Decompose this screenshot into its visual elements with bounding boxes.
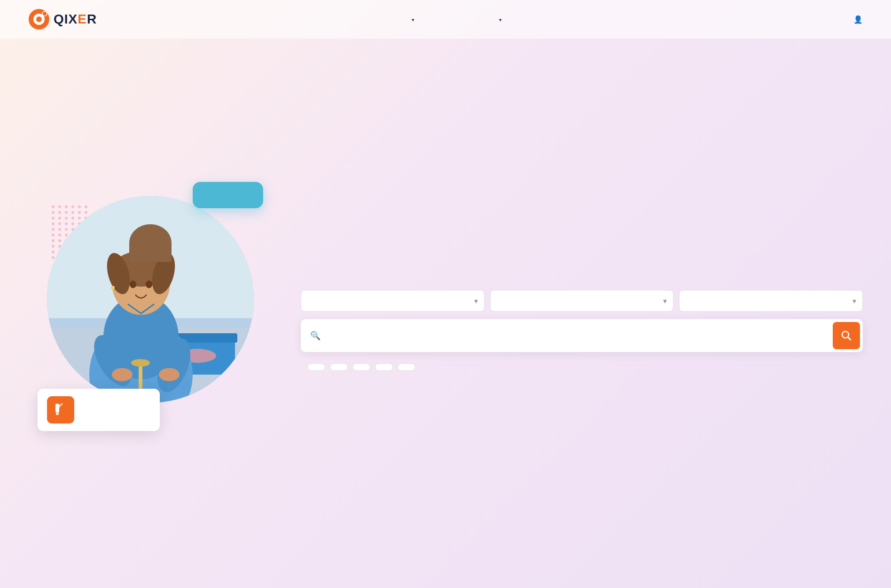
svg-point-21 xyxy=(111,286,115,290)
svg-point-3 xyxy=(42,11,47,16)
filter-row xyxy=(301,290,863,312)
tag-electronics[interactable] xyxy=(352,363,370,371)
nav-home[interactable] xyxy=(412,15,414,23)
hero-right: 🔍 xyxy=(273,246,863,371)
hero-section: const dotsContainer = document.querySele… xyxy=(0,39,891,588)
happy-clients-card xyxy=(193,182,263,208)
tag-home-move[interactable] xyxy=(375,363,393,371)
svg-point-23 xyxy=(159,368,180,381)
hero-photo xyxy=(47,196,254,403)
account-icon: 👤 xyxy=(853,15,863,24)
area-select-wrapper xyxy=(679,290,863,312)
hero-image-circle xyxy=(47,196,254,403)
nav-links xyxy=(412,15,536,24)
tag-painting[interactable] xyxy=(307,363,325,371)
nav-pages[interactable] xyxy=(499,15,502,23)
city-select[interactable] xyxy=(490,290,674,312)
service-icon-box xyxy=(47,396,74,423)
hero-left: const dotsContainer = document.querySele… xyxy=(28,168,273,450)
area-select[interactable] xyxy=(679,290,863,312)
svg-rect-27 xyxy=(56,412,59,415)
brush-icon xyxy=(54,403,68,417)
city-select-wrapper xyxy=(490,290,674,312)
navbar: QIXER 👤 xyxy=(0,0,891,39)
search-bar: 🔍 xyxy=(301,319,863,352)
svg-point-22 xyxy=(112,368,133,381)
search-button[interactable] xyxy=(833,322,860,349)
svg-point-2 xyxy=(36,16,42,22)
popular-row xyxy=(301,363,863,371)
logo[interactable]: QIXER xyxy=(28,8,97,30)
hero-heading xyxy=(301,246,863,276)
service-card xyxy=(38,389,160,431)
cleaning-worker-illustration xyxy=(47,196,254,403)
svg-point-20 xyxy=(146,281,152,288)
logo-icon xyxy=(28,8,50,30)
nav-account[interactable]: 👤 xyxy=(851,15,863,24)
country-select[interactable] xyxy=(301,290,485,312)
search-input-icon: 🔍 xyxy=(310,330,320,341)
search-input[interactable] xyxy=(325,332,833,340)
search-button-icon xyxy=(841,330,852,341)
svg-line-30 xyxy=(848,337,851,340)
svg-point-25 xyxy=(131,359,150,367)
tag-digital-marketing[interactable] xyxy=(330,363,348,371)
tag-salon-spa[interactable] xyxy=(398,363,415,371)
svg-point-19 xyxy=(130,281,136,288)
popular-tags xyxy=(307,363,415,371)
brand-name: QIXER xyxy=(54,12,97,27)
country-select-wrapper xyxy=(301,290,485,312)
